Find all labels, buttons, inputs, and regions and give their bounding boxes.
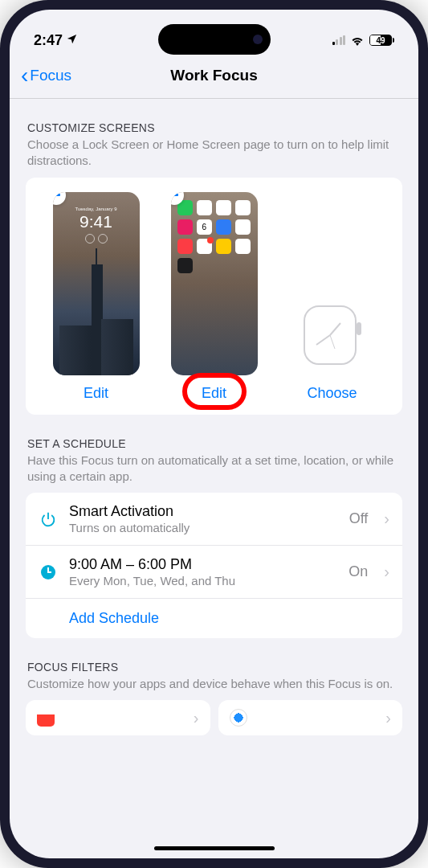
location-icon [66, 32, 78, 49]
smart-activation-row[interactable]: Smart Activation Turns on automatically … [26, 493, 402, 546]
schedule-header: SET A SCHEDULE [26, 437, 402, 450]
clock-icon [39, 563, 58, 582]
filter-safari[interactable]: › [218, 700, 403, 735]
battery-icon: 49 [369, 35, 394, 46]
status-time: 2:47 [34, 32, 63, 49]
back-button[interactable]: ‹ Focus [21, 64, 71, 87]
dynamic-island [158, 24, 271, 55]
page-title: Work Focus [170, 67, 257, 84]
screen: 2:47 49 ‹ Focus Work Focus [10, 10, 418, 858]
watch-item[interactable]: Choose [289, 295, 376, 402]
home-screen-item[interactable]: 6 Edit [171, 192, 258, 402]
chevron-right-icon: › [385, 709, 391, 727]
safari-icon [230, 709, 247, 727]
filter-calendar[interactable]: › [26, 700, 210, 735]
svg-line-3 [316, 335, 330, 345]
edit-lock-button[interactable]: Edit [84, 385, 108, 402]
lock-screen-item[interactable]: Tuesday, January 9 9:41 Edit [53, 192, 140, 402]
cellular-icon [332, 35, 346, 45]
chevron-right-icon: › [384, 563, 389, 581]
chevron-left-icon: ‹ [21, 64, 28, 87]
remove-lock-button[interactable] [53, 192, 66, 205]
add-schedule-button[interactable]: Add Schedule [26, 599, 402, 638]
customize-desc: Choose a Lock Screen or Home Screen page… [26, 137, 402, 170]
schedule-desc: Have this Focus turn on automatically at… [26, 452, 402, 485]
screens-card: Tuesday, January 9 9:41 Edit [26, 178, 402, 415]
annotation-circle [182, 373, 247, 410]
phone-frame: 2:47 49 ‹ Focus Work Focus [0, 0, 428, 868]
customize-header: CUSTOMIZE SCREENS [26, 121, 402, 134]
home-indicator[interactable] [154, 846, 275, 850]
power-icon [39, 510, 58, 529]
svg-line-2 [330, 323, 340, 335]
calendar-icon [37, 709, 55, 727]
choose-watch-button[interactable]: Choose [307, 385, 357, 402]
chevron-right-icon: › [384, 510, 389, 528]
nav-bar: ‹ Focus Work Focus [10, 56, 418, 99]
svg-rect-1 [357, 322, 361, 335]
filters-header: FOCUS FILTERS [26, 661, 402, 674]
filters-desc: Customize how your apps and device behav… [26, 676, 402, 692]
svg-line-4 [330, 335, 335, 349]
watch-icon [296, 297, 369, 373]
wifi-icon [350, 35, 365, 46]
time-schedule-row[interactable]: 9:00 AM – 6:00 PM Every Mon, Tue, Wed, a… [26, 546, 402, 599]
chevron-right-icon: › [194, 709, 199, 727]
